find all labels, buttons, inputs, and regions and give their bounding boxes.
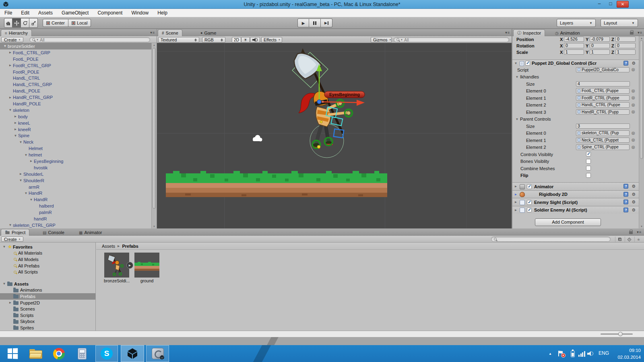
project-tree-item[interactable]: ▼Assets [0,281,95,287]
hierarchy-item[interactable]: ▼bronzeSoldier [0,43,151,49]
render-channel-dropdown[interactable]: RGB [202,37,225,43]
menu-assets[interactable]: Assets [34,9,57,17]
tab-console[interactable]: ▤ Console [40,229,67,236]
menu-help[interactable]: Help [153,9,172,17]
object-picker-icon[interactable]: ◎ [632,95,635,100]
scroll-up-icon[interactable]: ▲ [639,37,644,39]
scene-search-input[interactable]: ▼ All [394,37,509,42]
hierarchy-create-button[interactable]: Create ▼ [1,37,23,42]
title-bar[interactable]: Unity - pizdabol.unity - realGame_beta -… [0,0,644,9]
menu-file[interactable]: File [0,9,17,17]
hierarchy-item[interactable]: ►FootL_CTRL_GRP [0,49,151,56]
start-button[interactable] [0,345,25,362]
component-header-animator[interactable]: ►Animator?⚙ [512,182,639,190]
gear-icon[interactable]: ⚙ [632,208,636,213]
menu-gameobject[interactable]: GameObject [57,9,93,17]
expand-arrow-icon[interactable]: ▼ [23,153,29,157]
hierarchy-item[interactable]: ▼Neck [0,139,151,145]
lock-icon[interactable] [629,231,633,234]
expand-arrow-icon[interactable]: ► [13,128,18,131]
play-button[interactable]: ▶ [297,19,309,27]
shading-mode-dropdown[interactable]: Textured [158,37,199,43]
project-tree-item[interactable]: All Models [0,256,95,263]
object-field[interactable]: FootL_CTRL (Puppe [576,88,630,94]
hierarchy-item[interactable]: ▼HandR [0,190,151,196]
gear-icon[interactable]: ⚙ [632,61,636,66]
expand-arrow-icon[interactable]: ► [8,301,13,304]
hierarchy-item[interactable]: HandL_CTRL [0,75,151,81]
close-button[interactable]: ✕ [617,1,629,8]
checkbox[interactable] [586,152,591,156]
asset-tile-bronzesoldier[interactable]: ▶ bronzeSoldi... [104,253,129,283]
panel-menu-icon[interactable]: ▾≡ [505,31,510,35]
object-field[interactable]: HandL_CTRL (Puppe [576,102,630,108]
expand-arrow-icon[interactable]: ▼ [29,198,34,202]
hierarchy-item[interactable]: armR [0,184,151,190]
project-tree-item[interactable]: Skybox [0,319,95,325]
hierarchy-item[interactable]: HandL_CTRL_GRP [0,81,151,88]
breadcrumb-root[interactable]: Assets [102,244,115,249]
help-icon[interactable]: ? [623,200,628,204]
hierarchy-item[interactable]: palmR [0,209,151,216]
scroll-up-icon[interactable]: ▲ [152,44,157,46]
taskbar-monodevelop[interactable] [146,345,169,362]
expand-arrow-icon[interactable]: ▼ [13,134,18,138]
help-icon[interactable]: ? [623,208,628,212]
scroll-down-icon[interactable]: ▼ [639,225,644,228]
layers-dropdown[interactable]: Layers ▼ [557,19,596,27]
thumbnail-size-slider[interactable] [601,333,633,335]
component-header-enemy-sight-script-[interactable]: ►Enemy Sight (Script)?⚙ [512,198,639,206]
hierarchy-item[interactable]: ▼HandR [0,196,151,203]
hierarchy-item[interactable]: ►FootR_CTRL_GRP [0,62,151,69]
component-enabled-checkbox[interactable] [527,208,532,212]
inspector-scrollbar[interactable]: ▲ ▼ [639,36,644,228]
hierarchy-item[interactable]: ▼skeleton [0,107,151,113]
hierarchy-item[interactable]: FootR_POLE [0,69,151,75]
audio-toggle-button[interactable] [250,37,260,43]
taskbar-skype[interactable]: S [95,345,118,362]
battery-icon[interactable] [571,351,575,357]
pause-button[interactable] [309,19,321,27]
panel-menu-icon[interactable]: ▾≡ [638,31,642,35]
component-header-puppet2d[interactable]: ▼Puppet 2D_Global Control (Scr?⚙ [512,60,639,66]
y-value-field[interactable]: 0 [590,43,610,48]
hierarchy-item[interactable]: ▼skeleton_CTRL_GRP [0,222,151,228]
tab-scene[interactable]: # Scene [158,29,182,36]
hierarchy-item[interactable]: HandR_POLE [0,101,151,107]
x-value-field[interactable]: 0 [564,43,584,48]
project-tree-item[interactable]: ▼★Favorites [0,244,95,250]
expand-arrow-icon[interactable]: ► [513,185,518,188]
menu-window[interactable]: Window [127,9,153,17]
project-create-button[interactable]: Create ▼ [1,237,23,242]
component-enabled-checkbox[interactable] [527,184,532,189]
minimize-button[interactable]: – [594,0,605,8]
move-gizmo-center[interactable] [317,100,321,104]
add-component-button[interactable]: Add Component [535,218,601,226]
cloud-sprite[interactable] [253,135,262,142]
expand-arrow-icon[interactable]: ▼ [8,223,13,227]
checkbox[interactable] [586,166,591,171]
hierarchy-item[interactable]: HandL_POLE [0,88,151,94]
expand-arrow-icon[interactable]: ▼ [514,75,520,79]
hierarchy-item[interactable]: ▼ShoulderR [0,177,151,184]
expand-arrow-icon[interactable]: ► [513,200,518,204]
menu-edit[interactable]: Edit [17,9,34,17]
project-tree-item[interactable]: Prefabs [0,293,95,300]
object-picker-icon[interactable]: ◎ [632,103,635,107]
hierarchy-item[interactable]: ►EyesBeginning [0,158,151,165]
network-signal-icon[interactable] [578,351,585,357]
hand-tool-button[interactable] [4,18,12,28]
tab-hierarchy[interactable]: ≡ Hierarchy [1,29,32,36]
tab-game[interactable]: ● Game [198,30,219,36]
help-icon[interactable]: ? [623,184,628,189]
expand-arrow-icon[interactable]: ► [13,121,18,125]
expand-arrow-icon[interactable]: ▼ [2,44,8,48]
expand-arrow-icon[interactable]: ► [29,159,34,163]
expand-arrow-icon[interactable]: ► [513,193,518,196]
hierarchy-item[interactable]: ►kneeL [0,120,151,126]
tab-animation[interactable]: ◷ Animation [553,30,582,36]
object-field[interactable]: skeleton_CTRL (Pup [576,130,630,136]
soldier-sprite[interactable]: EyesBeginning [292,48,365,158]
scroll-down-icon[interactable]: ▼ [152,225,157,228]
expand-arrow-icon[interactable]: ▼ [18,179,23,182]
